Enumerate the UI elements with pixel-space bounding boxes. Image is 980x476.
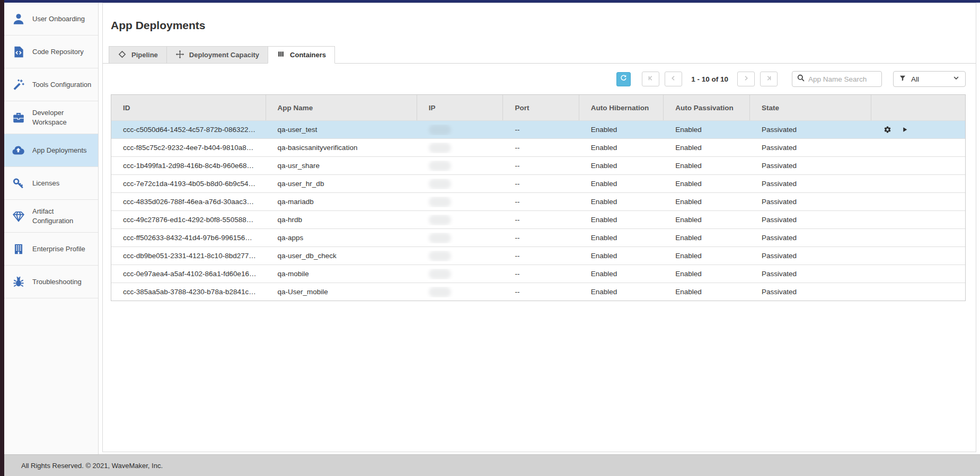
tab-pipeline[interactable]: Pipeline — [109, 46, 167, 64]
next-page-button[interactable] — [737, 72, 755, 86]
tab-label: Pipeline — [131, 51, 158, 59]
table-row[interactable]: ccc-385aa5ab-3788-4230-b78a-b2841c…qa-Us… — [111, 283, 965, 301]
column-header: App Name — [266, 95, 417, 120]
sidebar-item-licenses[interactable]: Licenses — [4, 167, 98, 200]
table-row[interactable]: ccc-7e72c1da-4193-4b05-b8d0-6b9c54…qa-us… — [111, 174, 965, 192]
cell-auto-hibernation: Enabled — [579, 180, 664, 188]
sidebar-item-tools-configuration[interactable]: Tools Configuration — [4, 68, 98, 101]
cell-ip — [417, 251, 504, 261]
cell-port: -- — [503, 216, 579, 224]
last-page-button[interactable] — [760, 72, 778, 86]
sidebar-item-troubleshooting[interactable]: Troubleshooting — [4, 266, 98, 298]
cell-app-name: qa-usr_share — [266, 162, 417, 170]
cell-id: ccc-f85c75c2-9232-4ee7-b404-9810a8… — [111, 144, 266, 152]
refresh-button[interactable] — [616, 72, 631, 86]
redacted-ip-value — [429, 251, 451, 261]
cell-state: Passivated — [750, 234, 871, 242]
cell-port: -- — [503, 252, 579, 260]
pagination-range: 1 - 10 of 10 — [691, 75, 728, 83]
sidebar: User Onboarding Code Repository Tools Co… — [4, 3, 99, 454]
cell-auto-passivation: Enabled — [664, 180, 750, 188]
redacted-ip-value — [429, 287, 451, 297]
filter-funnel-icon — [899, 74, 906, 84]
sidebar-item-developer-workspace[interactable]: Developer Workspace — [4, 101, 98, 134]
sidebar-item-code-repository[interactable]: Code Repository — [4, 36, 98, 68]
sidebar-item-app-deployments[interactable]: App Deployments — [4, 134, 98, 167]
cell-id: ccc-db9be051-2331-4121-8c10-8bd277… — [111, 252, 266, 260]
containers-table: IDApp NameIPPortAuto HibernationAuto Pas… — [111, 94, 966, 301]
column-header: ID — [111, 95, 266, 120]
cell-ip — [417, 161, 504, 171]
user-icon — [11, 12, 25, 26]
main-content: App Deployments Pipeline Deployment Capa… — [102, 3, 976, 452]
briefcase-icon — [11, 110, 25, 125]
filter-dropdown[interactable]: All — [893, 71, 966, 87]
cell-auto-hibernation: Enabled — [579, 126, 664, 134]
cell-state: Passivated — [750, 198, 871, 206]
cell-auto-passivation: Enabled — [664, 234, 750, 242]
magic-wand-icon — [11, 77, 25, 92]
cell-port: -- — [503, 270, 579, 278]
cloud-upload-icon — [11, 143, 25, 157]
cell-port: -- — [503, 144, 579, 152]
table-toolbar: 1 - 10 of 10 All — [103, 71, 966, 87]
cell-id: ccc-49c27876-ed1c-4292-b0f8-550588… — [111, 216, 266, 224]
cell-app-name: qa-user_hr_db — [266, 180, 417, 188]
refresh-icon — [620, 74, 628, 84]
column-header: Auto Hibernation — [579, 95, 664, 120]
table-row[interactable]: ccc-c5050d64-1452-4c57-872b-086322…qa-us… — [111, 120, 965, 138]
cell-id: ccc-4835d026-788f-46ea-a76d-30aac3… — [111, 198, 266, 206]
bug-icon — [11, 275, 25, 289]
window-top-border — [0, 0, 980, 3]
first-page-icon — [647, 74, 655, 84]
cell-port: -- — [503, 288, 579, 296]
cell-ip — [417, 125, 504, 135]
tab-containers[interactable]: Containers — [268, 46, 335, 64]
table-row[interactable]: ccc-0e97aea4-a5af-4102-86a1-fd60e16…qa-m… — [111, 265, 965, 283]
cell-auto-passivation: Enabled — [664, 198, 750, 206]
search-icon — [797, 74, 805, 84]
tab-deployment-capacity[interactable]: Deployment Capacity — [166, 46, 268, 64]
previous-page-button[interactable] — [665, 72, 682, 86]
cell-auto-hibernation: Enabled — [579, 234, 664, 242]
cell-id: ccc-1b499fa1-2d98-416b-8c4b-960e68… — [111, 162, 266, 170]
play-icon[interactable] — [900, 125, 910, 135]
cell-port: -- — [503, 180, 579, 188]
next-page-icon — [742, 74, 750, 84]
filter-selected-value: All — [911, 75, 948, 83]
cell-port: -- — [503, 126, 579, 134]
cell-id: ccc-385aa5ab-3788-4230-b78a-b2841c… — [111, 288, 266, 296]
sidebar-item-label: Developer Workspace — [32, 108, 95, 127]
cell-app-name: qa-basicsanityverification — [266, 144, 417, 152]
sidebar-item-artifact-configuration[interactable]: Artifact Configuration — [4, 200, 98, 233]
redacted-ip-value — [429, 269, 451, 279]
cell-id: ccc-0e97aea4-a5af-4102-86a1-fd60e16… — [111, 270, 266, 278]
cell-state: Passivated — [750, 270, 871, 278]
table-row[interactable]: ccc-1b499fa1-2d98-416b-8c4b-960e68…qa-us… — [111, 156, 965, 174]
redacted-ip-value — [429, 233, 451, 243]
chevron-down-icon — [952, 74, 960, 84]
table-row[interactable]: ccc-4835d026-788f-46ea-a76d-30aac3…qa-ma… — [111, 192, 965, 210]
table-row[interactable]: ccc-49c27876-ed1c-4292-b0f8-550588…qa-hr… — [111, 210, 965, 228]
tab-label: Containers — [290, 51, 326, 59]
column-header: State — [750, 95, 871, 120]
table-header: IDApp NameIPPortAuto HibernationAuto Pas… — [111, 95, 965, 120]
search-input[interactable] — [808, 75, 877, 83]
gear-icon[interactable] — [883, 125, 893, 135]
cell-auto-passivation: Enabled — [664, 162, 750, 170]
sidebar-item-label: App Deployments — [32, 146, 95, 155]
redacted-ip-value — [429, 125, 451, 135]
table-row[interactable]: ccc-ff502633-8432-41d4-97b6-996156…qa-ap… — [111, 228, 965, 246]
cell-port: -- — [503, 162, 579, 170]
redacted-ip-value — [429, 179, 451, 189]
sidebar-item-user-onboarding[interactable]: User Onboarding — [4, 3, 98, 36]
cell-app-name: qa-user_test — [266, 126, 417, 134]
columns-icon — [277, 50, 285, 60]
table-row[interactable]: ccc-f85c75c2-9232-4ee7-b404-9810a8…qa-ba… — [111, 138, 965, 156]
table-row[interactable]: ccc-db9be051-2331-4121-8c10-8bd277…qa-us… — [111, 246, 965, 265]
first-page-button[interactable] — [642, 72, 659, 86]
sidebar-item-label: Tools Configuration — [32, 80, 95, 90]
tab-label: Deployment Capacity — [189, 51, 259, 59]
cell-state: Passivated — [750, 180, 871, 188]
sidebar-item-enterprise-profile[interactable]: Enterprise Profile — [4, 233, 98, 266]
